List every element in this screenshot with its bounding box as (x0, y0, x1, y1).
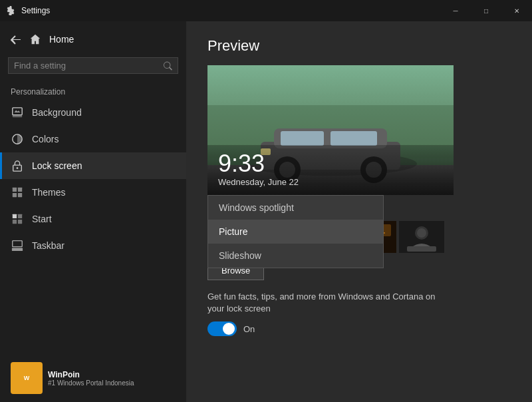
toggle-knob (223, 323, 235, 335)
search-input[interactable] (14, 61, 158, 71)
sidebar-item-taskbar[interactable]: Taskbar (0, 232, 186, 259)
taskbar-label: Taskbar (32, 240, 65, 251)
title-bar-left: Settings (5, 5, 50, 16)
home-icon (29, 33, 41, 45)
colors-icon (11, 132, 24, 146)
svg-rect-1 (13, 115, 22, 118)
svg-rect-11 (13, 220, 17, 224)
search-icon (164, 61, 172, 71)
taskbar-icon (11, 239, 24, 252)
sidebar-item-colors[interactable]: Colors (0, 126, 186, 152)
lockscreen-icon (11, 159, 24, 172)
background-label: Background (32, 107, 82, 118)
svg-rect-10 (18, 214, 22, 218)
dropdown-item-slideshow[interactable]: Slideshow (208, 244, 383, 268)
svg-rect-5 (13, 188, 17, 192)
toggle-label: On (243, 324, 255, 334)
preview-date: Wednesday, June 22 (218, 177, 443, 187)
svg-rect-8 (18, 193, 22, 197)
toggle-row: On (207, 321, 511, 336)
sidebar-item-themes[interactable]: Themes (0, 179, 186, 206)
start-icon (11, 212, 24, 226)
background-icon (11, 106, 24, 119)
svg-rect-14 (13, 241, 22, 247)
svg-rect-0 (13, 108, 22, 115)
sidebar: Home Personalization Background (0, 21, 186, 402)
logo-box: W (11, 362, 43, 394)
title-bar: Settings ─ □ ✕ (0, 0, 532, 21)
sidebar-item-lockscreen[interactable]: Lock screen (0, 152, 186, 179)
restore-button[interactable]: □ (471, 0, 501, 21)
back-icon (11, 34, 21, 45)
svg-rect-6 (18, 188, 22, 192)
settings-icon (5, 5, 16, 16)
toggle-switch[interactable] (207, 321, 237, 336)
lockscreen-label: Lock screen (32, 160, 82, 171)
svg-rect-7 (13, 193, 17, 197)
page-title: Preview (207, 37, 511, 55)
svg-rect-52 (407, 246, 436, 252)
svg-point-4 (17, 167, 19, 169)
dropdown-item-picture[interactable]: Picture (208, 220, 383, 244)
start-label: Start (32, 214, 52, 224)
info-text: Get fun facts, tips, and more from Windo… (207, 291, 454, 315)
preview-image: 9:33 Wednesday, June 22 (207, 65, 454, 195)
sidebar-item-start[interactable]: Start (0, 206, 186, 232)
car-background: 9:33 Wednesday, June 22 (207, 65, 454, 195)
svg-point-51 (417, 228, 426, 238)
svg-rect-9 (13, 214, 17, 218)
content-area: Preview (186, 21, 532, 402)
svg-rect-12 (18, 220, 22, 224)
sidebar-logo: W WinPoin #1 Windows Portal Indonesia (0, 354, 186, 402)
preview-time: 9:33 (218, 152, 443, 176)
sidebar-item-background[interactable]: Background (0, 99, 186, 126)
app-container: Home Personalization Background (0, 21, 532, 402)
close-button[interactable]: ✕ (501, 0, 532, 21)
search-box[interactable] (8, 57, 178, 74)
svg-rect-13 (12, 248, 23, 252)
colors-label: Colors (32, 134, 59, 144)
minimize-button[interactable]: ─ (440, 0, 471, 21)
dropdown-item-spotlight[interactable]: Windows spotlight (208, 196, 383, 220)
home-label: Home (49, 34, 74, 45)
themes-label: Themes (32, 187, 66, 198)
title-bar-controls: ─ □ ✕ (440, 0, 532, 21)
title-bar-title: Settings (21, 6, 50, 15)
section-label: Personalization (0, 79, 186, 99)
themes-icon (11, 186, 24, 199)
home-nav-item[interactable]: Home (0, 27, 186, 52)
dropdown-menu: Windows spotlight Picture Slideshow (207, 195, 384, 268)
thumbnail-5[interactable] (399, 221, 444, 253)
logo-text: WinPoin #1 Windows Portal Indonesia (48, 370, 134, 387)
preview-overlay: 9:33 Wednesday, June 22 (207, 144, 454, 195)
